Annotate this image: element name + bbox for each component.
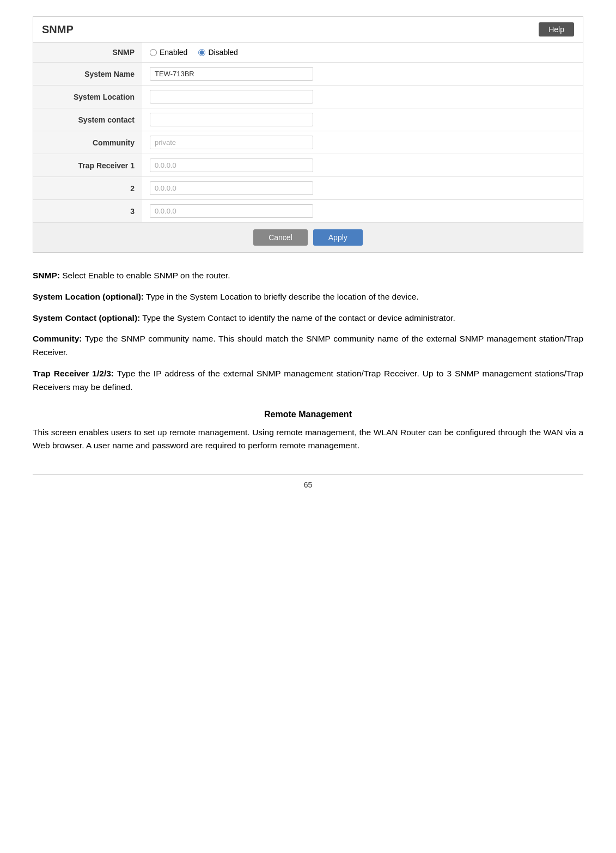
remote-management-description: This screen enables users to set up remo… (33, 426, 583, 453)
snmp-enabled-label: Enabled (160, 48, 187, 57)
snmp-enabled-radio[interactable] (150, 49, 157, 56)
system-location-description: System Location (optional): Type in the … (33, 290, 583, 304)
system-name-cell (142, 63, 583, 86)
snmp-desc-text: Select Enable to enable SNMP on the rout… (60, 271, 230, 280)
panel-title: SNMP (42, 23, 74, 36)
system-location-cell (142, 86, 583, 108)
snmp-enabled-option[interactable]: Enabled (150, 48, 187, 57)
button-container: Cancel Apply (33, 223, 583, 252)
system-location-row: System Location (33, 86, 583, 108)
remote-management-heading: Remote Management (33, 410, 583, 419)
snmp-disabled-radio[interactable] (198, 49, 205, 56)
trap-receiver-desc-text: Type the IP address of the external SNMP… (33, 369, 583, 392)
system-contact-desc-text: Type the System Contact to identify the … (140, 313, 455, 322)
trap-receiver-2-input[interactable] (150, 181, 313, 195)
trap-receiver-1-row: Trap Receiver 1 (33, 154, 583, 177)
system-location-label: System Location (33, 86, 142, 108)
button-cell: Cancel Apply (33, 223, 583, 253)
trap-receiver-3-row: 3 (33, 200, 583, 223)
trap-receiver-3-cell (142, 200, 583, 223)
snmp-label: SNMP (33, 42, 142, 63)
trap-receiver-description: Trap Receiver 1/2/3: Type the IP address… (33, 367, 583, 394)
apply-button[interactable]: Apply (313, 229, 363, 246)
snmp-term: SNMP: (33, 271, 60, 280)
system-contact-label: System contact (33, 108, 142, 131)
panel-header: SNMP Help (33, 17, 583, 42)
system-contact-cell (142, 108, 583, 131)
community-label: Community (33, 131, 142, 154)
trap-receiver-2-cell (142, 177, 583, 200)
system-contact-description: System Contact (optional): Type the Syst… (33, 312, 583, 325)
system-name-row: System Name (33, 63, 583, 86)
trap-receiver-2-label: 2 (33, 177, 142, 200)
trap-receiver-1-label: Trap Receiver 1 (33, 154, 142, 177)
system-contact-term: System Contact (optional): (33, 313, 140, 322)
trap-receiver-3-label: 3 (33, 200, 142, 223)
system-location-input[interactable] (150, 90, 313, 103)
cancel-button[interactable]: Cancel (253, 229, 308, 246)
trap-receiver-2-row: 2 (33, 177, 583, 200)
trap-receiver-term: Trap Receiver 1/2/3: (33, 369, 114, 378)
community-desc-text: Type the SNMP community name. This shoul… (33, 334, 583, 357)
page-number: 65 (33, 474, 583, 489)
snmp-panel: SNMP Help SNMP Enabled Disabled (33, 16, 583, 253)
snmp-radio-group: Enabled Disabled (150, 48, 575, 57)
system-name-label: System Name (33, 63, 142, 86)
button-row: Cancel Apply (33, 223, 583, 253)
snmp-row: SNMP Enabled Disabled (33, 42, 583, 63)
system-contact-row: System contact (33, 108, 583, 131)
system-name-input[interactable] (150, 67, 313, 81)
snmp-disabled-option[interactable]: Disabled (198, 48, 237, 57)
snmp-description: SNMP: Select Enable to enable SNMP on th… (33, 269, 583, 283)
system-contact-input[interactable] (150, 113, 313, 126)
system-location-term: System Location (optional): (33, 292, 144, 301)
trap-receiver-3-input[interactable] (150, 204, 313, 218)
snmp-disabled-label: Disabled (208, 48, 237, 57)
community-row: Community (33, 131, 583, 154)
community-input[interactable] (150, 136, 313, 149)
system-location-desc-text: Type in the System Location to briefly d… (144, 292, 419, 301)
snmp-radio-cell: Enabled Disabled (142, 42, 583, 63)
snmp-form-table: SNMP Enabled Disabled System Name (33, 42, 583, 252)
community-cell (142, 131, 583, 154)
community-description: Community: Type the SNMP community name.… (33, 332, 583, 360)
trap-receiver-1-input[interactable] (150, 159, 313, 172)
help-button[interactable]: Help (539, 22, 574, 36)
community-term: Community: (33, 334, 82, 343)
trap-receiver-1-cell (142, 154, 583, 177)
